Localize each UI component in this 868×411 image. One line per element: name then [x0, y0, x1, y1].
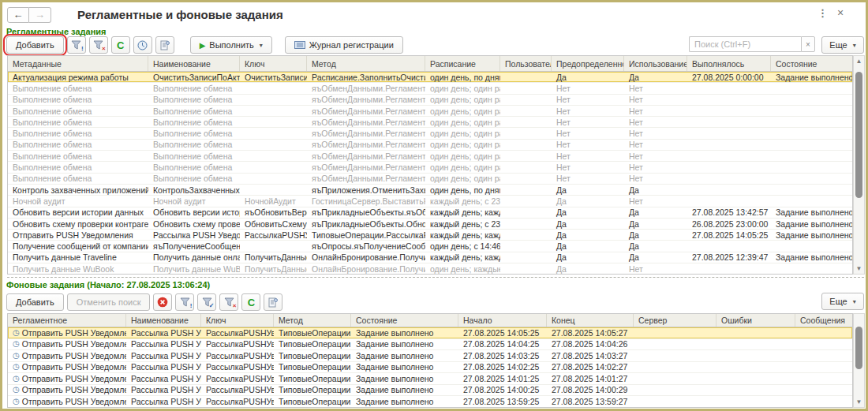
cell-text: 27.08.2025 14:02:27 [552, 362, 627, 372]
cell [240, 117, 307, 127]
table-row[interactable]: Выполнение обменаВыполнение обменаяъОбме… [8, 174, 852, 185]
cell [500, 241, 552, 251]
table-row[interactable]: Отправить PUSH УведомленияРассылка PUSH … [8, 230, 852, 241]
back-button[interactable]: ← [7, 7, 29, 23]
scroll-up-icon[interactable]: ▲ [854, 58, 864, 65]
scheduled-table-scrollbar[interactable]: ▲ ▼ [853, 55, 865, 275]
schedule-icon[interactable] [133, 36, 152, 54]
add-background-button[interactable]: Добавить [6, 293, 64, 311]
table-row[interactable]: Выполнение обменаВыполнение обменаяъОбме… [8, 140, 852, 151]
table-row[interactable]: Актуализация режима работыОчиститьЗаписи… [8, 72, 852, 83]
cell: Рассылка PUSH Уведо… [126, 362, 201, 373]
table-row[interactable]: ◷Отправить PUSH Уведомления:Р…Рассылка P… [8, 339, 852, 351]
table-row[interactable]: ◷Отправить PUSH Уведомления:Р…Рассылка P… [8, 327, 852, 339]
column-header[interactable]: Ключ [201, 314, 274, 327]
cell: один день; один раз … [425, 174, 500, 184]
cell: 27.08.2025 13:42:57 [687, 207, 771, 218]
cell-text: Да [556, 241, 567, 251]
column-header[interactable]: Сервер [634, 314, 716, 327]
cancel-icon[interactable] [153, 293, 172, 311]
column-header[interactable]: Состояние [351, 314, 458, 327]
events-icon[interactable] [155, 36, 174, 54]
events-icon[interactable] [264, 293, 282, 311]
background-table-scrollbar[interactable]: ▼ [853, 313, 865, 408]
column-header[interactable]: Метод [307, 56, 425, 71]
cell-text: Отправить PUSH Уведомления [13, 230, 133, 240]
cell [500, 162, 552, 172]
scroll-down-icon[interactable]: ▼ [854, 398, 864, 405]
cell [795, 362, 853, 373]
column-header[interactable]: Расписание [425, 56, 500, 71]
cell: яъПрикладныеОбъекты.яъОбн… [307, 207, 425, 218]
table-row[interactable]: Выполнение обменаВыполнение обменаяъОбме… [8, 162, 852, 173]
cell: Да [552, 252, 624, 263]
forward-button[interactable]: → [29, 7, 51, 23]
table-row[interactable]: Выполнение обменаВыполнение обменаяъОбме… [8, 106, 852, 117]
search-input[interactable] [689, 36, 801, 52]
column-header[interactable]: Наименование [126, 314, 201, 327]
table-row[interactable]: Контроль захваченных приложенийКонтрольЗ… [8, 185, 852, 196]
table-row[interactable]: Выполнение обменаВыполнение обменаяъОбме… [8, 95, 852, 106]
column-header[interactable]: Сообщения [795, 314, 853, 327]
column-header[interactable]: Использование [624, 56, 687, 71]
table-row[interactable]: Обновить версии истории данныхОбновить в… [8, 207, 852, 219]
cancel-search-button[interactable]: Отменить поиск [67, 293, 151, 311]
cell [771, 185, 853, 195]
cell: Расписание.ЗаполнитьОчистит… [307, 72, 425, 82]
column-header[interactable]: Предопределенное [552, 56, 624, 71]
set-filter-icon[interactable]: ✓ [197, 293, 216, 311]
scheduled-more-button[interactable]: Еще ▾ [821, 36, 864, 54]
cell: каждый день; кажд… [425, 230, 500, 240]
scroll-thumb[interactable] [855, 72, 862, 198]
column-header[interactable]: Пользователь [500, 56, 552, 71]
window-menu-icon[interactable]: ⋮ [817, 7, 828, 19]
column-header[interactable]: Состояние [771, 56, 853, 71]
run-button[interactable]: ▶ Выполнить ▾ [190, 36, 272, 54]
table-row[interactable]: Выполнение обменаВыполнение обменаяъОбме… [8, 83, 852, 94]
table-row[interactable]: Получить данные TravelineПолучить данные… [8, 252, 852, 263]
column-header[interactable]: Метод [274, 314, 351, 327]
registration-journal-button[interactable]: Журнал регистрации [285, 36, 403, 54]
column-header[interactable]: Ключ [240, 56, 307, 71]
column-header[interactable]: Конец [547, 314, 634, 327]
configure-filter-icon[interactable]: ! [67, 36, 86, 54]
configure-filter-icon[interactable]: ! [175, 293, 194, 311]
column-header[interactable]: Ошибки [716, 314, 795, 327]
column-header[interactable]: Регламентное [8, 314, 126, 327]
table-row[interactable]: Выполнение обменаВыполнение обменаяъОбме… [8, 151, 852, 162]
table-row[interactable]: ◷Отправить PUSH Уведомления:Р…Рассылка P… [8, 373, 852, 385]
table-row[interactable]: Получение сообщений от компании кинтяъПо… [8, 241, 852, 252]
cell: Нет [624, 196, 687, 206]
table-row[interactable]: Выполнение обменаВыполнение обменаяъОбме… [8, 117, 852, 128]
refresh-icon[interactable]: C [111, 36, 130, 54]
table-row[interactable]: Ночной аудитНочной аудитНочнойАудитГости… [8, 196, 852, 207]
cell: Задание выполнено [771, 252, 853, 263]
scroll-down-icon[interactable]: ▼ [854, 265, 864, 272]
refresh-icon[interactable]: C [241, 293, 260, 311]
table-row[interactable]: Выполнение обменаВыполнение обменаяъОбме… [8, 128, 852, 139]
add-button[interactable]: Добавить [6, 36, 64, 54]
table-row[interactable]: ◷Отправить PUSH Уведомления:Р…Рассылка P… [8, 385, 852, 397]
scroll-thumb[interactable] [855, 327, 862, 369]
table-row[interactable]: ◷Отправить PUSH Уведомления:Р…Рассылка P… [8, 396, 852, 408]
cell-text: яъПрикладныеОбъекты.Обнов… [312, 219, 425, 229]
cell: один день, по дням … [425, 185, 500, 195]
table-row[interactable]: ◷Отправить PUSH Уведомления:Р…Рассылка P… [8, 350, 852, 362]
column-header[interactable]: Выполнялось [687, 56, 771, 71]
window-close-icon[interactable]: × [837, 6, 844, 19]
table-row[interactable]: ◷Отправить PUSH Уведомления:Р…Рассылка P… [8, 362, 852, 374]
cell-text: каждый день; кажд… [430, 207, 500, 217]
column-header[interactable]: Наименование [148, 56, 240, 71]
background-more-button[interactable]: Еще ▾ [821, 293, 864, 310]
cell: яъОбменДанными.Регламентн… [307, 174, 425, 184]
table-row[interactable]: Получить данные WuBookПолучить данные Wu… [8, 263, 852, 275]
column-header[interactable]: Начало [458, 314, 547, 327]
cell [500, 117, 552, 127]
cell-text: Нет [629, 106, 643, 116]
cell: яъПолучениеСообщенийОтКо… [148, 241, 240, 251]
column-header[interactable]: Метаданные [8, 56, 148, 71]
clear-filter-icon[interactable]: × [89, 36, 108, 54]
search-clear-icon[interactable]: × [801, 36, 815, 52]
clear-filter-icon[interactable]: × [219, 293, 238, 311]
table-row[interactable]: Обновить схему проверки контрагентовОбно… [8, 219, 852, 230]
